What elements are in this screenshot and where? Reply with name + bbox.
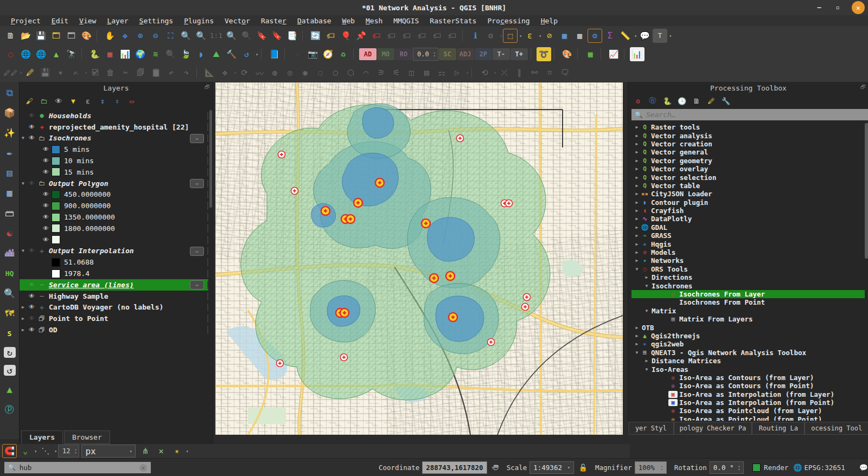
algorithm-row-gdal[interactable]: ▶🌐GDAL <box>631 223 865 231</box>
algorithm-row-iso-area-as-interpolation-from-point-[interactable]: ▣Iso-Area as Interpolation (from Point) <box>631 398 865 407</box>
algorithm-row-vector-analysis[interactable]: ▶QVector analysis <box>631 131 865 139</box>
tree-expand-arrow[interactable]: ▶ <box>634 342 640 346</box>
sld4raster[interactable]: 🎨 <box>560 47 575 61</box>
algorithm-row-raster-tools[interactable]: ▶QRaster tools <box>631 123 865 131</box>
menu-processing[interactable]: Processing <box>482 17 535 25</box>
layer-shuffle[interactable]: ≋ <box>148 47 163 61</box>
dock-tab-2[interactable]: Routing La <box>752 422 805 435</box>
algorithm-row-iso-area-as-contours-from-layer-[interactable]: ◉Iso-Area as Contours (from Layer) <box>631 374 865 382</box>
zoom-in[interactable]: ⊕ <box>133 29 148 43</box>
db-manager[interactable]: 🗃 <box>3 207 17 220</box>
algorithm-row-vector-selection[interactable]: ▶QVector selection <box>631 173 865 181</box>
menu-plugins[interactable]: Plugins <box>178 17 219 25</box>
profile-tool[interactable]: ⛰ <box>209 47 224 61</box>
zoom-out[interactable]: ⊖ <box>148 29 163 43</box>
algorithm-row-vector-geometry[interactable]: ▶QVector geometry <box>631 157 865 165</box>
layer-row-service-area-lines-[interactable]: 👁—Service area (lines)▭ <box>20 279 208 291</box>
menu-vector[interactable]: Vector <box>219 17 256 25</box>
new-geojson-layer[interactable]: ✒ <box>3 146 17 159</box>
filter-by-expression[interactable]: ε <box>82 95 93 106</box>
collapse-all[interactable]: ⇳ <box>112 95 123 106</box>
tree-expand-arrow[interactable]: ▶ <box>634 191 640 196</box>
layer-row-blank-11[interactable]: 👁 <box>20 234 208 246</box>
locator-clear-icon[interactable]: ✕ <box>139 464 147 472</box>
s-plugin[interactable]: S <box>3 327 17 340</box>
advanced-digitizing-t-minus[interactable]: T- <box>493 48 510 60</box>
layer-row-point-to-point[interactable]: ▶👁🗇Point to Point <box>20 313 208 324</box>
tree-expand-arrow[interactable]: ▶ <box>643 275 650 280</box>
routing-plugin[interactable]: ➰ <box>537 47 551 61</box>
tab-browser[interactable]: Browser <box>64 430 110 444</box>
pin-labels[interactable]: 📌 <box>354 29 368 43</box>
map-tips[interactable]: 💬 <box>637 29 652 43</box>
p-circle-plugin[interactable]: ⓟ <box>3 403 17 416</box>
tree-expand-arrow[interactable]: ▶ <box>634 250 640 255</box>
open-project[interactable]: 📂 <box>18 29 33 43</box>
algorithm-row-models[interactable]: ▶⚙Models <box>631 248 865 256</box>
gdrive-plugin[interactable]: ▲ <box>3 383 17 396</box>
topological-editing[interactable]: ⋔ <box>138 444 152 458</box>
layer-visibility-eye-icon[interactable]: 👁 <box>27 326 37 333</box>
advanced-digitizing-2p[interactable]: 2P <box>475 48 492 60</box>
snapping-tolerance[interactable]: 12 <box>58 445 79 458</box>
undo-plugin[interactable]: ↺ <box>4 365 16 376</box>
add-layer[interactable]: ⧉ <box>3 86 17 99</box>
menu-project[interactable]: Project <box>5 17 46 25</box>
tree-expand-arrow[interactable]: ▶ <box>634 200 640 205</box>
layer-row-output-polygon[interactable]: ▼👁🗀Output Polygon▭ <box>20 178 208 189</box>
bookmark-manager[interactable]: 📑 <box>285 29 299 43</box>
identify-features[interactable]: ℹ <box>468 29 483 43</box>
quickosm-search[interactable]: 🔍 <box>3 287 17 300</box>
snapping-toggle[interactable]: 🧲 <box>2 444 17 458</box>
open-layer-styling[interactable]: 🖌 <box>24 95 35 106</box>
tree-expand-arrow[interactable]: ▶ <box>634 325 640 330</box>
advanced-digitizing-ad[interactable]: AD <box>359 48 376 60</box>
histogram-tool[interactable]: 📊 <box>630 47 644 61</box>
statistics-dots[interactable]: ▩ <box>572 29 587 43</box>
magnifier-spinbox[interactable]: 100% ▴ ▾ <box>635 461 667 474</box>
locator-search-input[interactable]: 🔍 hub ✕ <box>4 462 151 473</box>
osm-place-search[interactable]: 🌍 <box>133 47 148 61</box>
algorithm-row-dataplotly[interactable]: ▶∿DataPlotly <box>631 215 865 223</box>
advanced-digitizing-mo[interactable]: MO <box>377 48 394 60</box>
menu-mmqgis[interactable]: MMQGIS <box>388 17 424 25</box>
algorithm-row-networks[interactable]: ▶✦Networks <box>631 256 865 265</box>
plot-curve[interactable]: 📈 <box>607 47 621 61</box>
data-source-manager[interactable]: 📦 <box>3 106 17 119</box>
menu-help[interactable]: Help <box>535 17 563 25</box>
layer-row-isochrones[interactable]: ▼👁🗀Isochrones▭ <box>20 133 208 144</box>
algorithm-row-grass[interactable]: ▶❧GRASS <box>631 231 865 240</box>
nightly-hammer[interactable]: 🔨 <box>224 47 239 61</box>
expand-all[interactable]: ⇕ <box>97 95 108 106</box>
toggle-editing[interactable]: 🖉 <box>23 66 37 80</box>
tree-collapse-arrow[interactable]: ▼ <box>643 308 650 313</box>
globe-search[interactable]: 🌐 <box>34 47 48 61</box>
tree-expand-arrow[interactable]: ▶ <box>634 166 640 171</box>
table-manager-plus[interactable]: ▦ <box>583 47 598 61</box>
qgis2threejs[interactable]: ▲ <box>49 47 63 61</box>
tree-expand-arrow[interactable]: ▶ <box>634 233 640 238</box>
layer-row-1350-0000000[interactable]: 👁1350.0000000 <box>20 211 208 223</box>
tree-expand-arrow[interactable]: ▶ <box>634 258 640 263</box>
algorithm-row-vector-creation[interactable]: ▶QVector creation <box>631 140 865 148</box>
advanced-digitizing-ro[interactable]: RO <box>395 48 412 60</box>
add-group[interactable]: 🗀 <box>39 95 49 106</box>
contour-tool[interactable]: ◗ <box>194 47 208 61</box>
layer-visibility-eye-icon[interactable]: 👁 <box>41 202 51 209</box>
add-delimited-text[interactable]: ▤ <box>3 166 17 179</box>
layer-row-1800-0000000[interactable]: 👁1800.0000000 <box>20 223 208 234</box>
algorithm-row-cityjson-loader[interactable]: ▶▪▪CityJSON Loader <box>631 190 865 198</box>
snapping-units[interactable]: px▾ <box>81 445 136 458</box>
layer-visibility-eye-icon[interactable]: 👁 <box>27 281 37 288</box>
dock-tab-3[interactable]: ocessing Tool <box>805 422 868 435</box>
python-console[interactable]: 🐍 <box>87 47 102 61</box>
extents-toggle-icon[interactable]: 🖑 <box>492 464 499 472</box>
tree-expand-arrow[interactable]: ▶ <box>634 333 640 338</box>
tab-layers[interactable]: Layers <box>21 430 63 444</box>
algorithm-row-isochrones-from-point[interactable]: ◎Isochrones From Point <box>631 298 865 306</box>
zoom-to-selection[interactable]: 🔍 <box>178 29 193 43</box>
tree-expand-arrow[interactable]: ▶ <box>634 125 640 130</box>
search-layers[interactable]: 🔭 <box>64 47 79 61</box>
topology-vertex[interactable]: 🧭 <box>321 47 335 61</box>
tree-collapse-arrow[interactable]: ▼ <box>643 284 650 288</box>
